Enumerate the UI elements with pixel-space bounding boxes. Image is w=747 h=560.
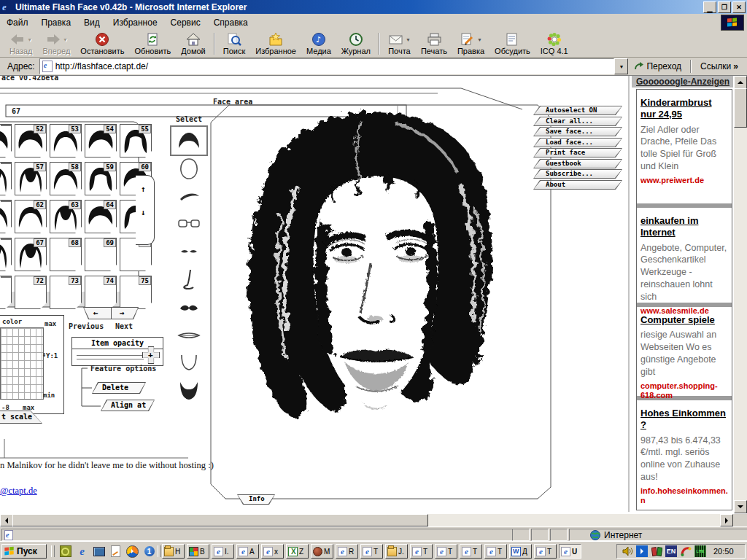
select-beard-item[interactable] [172,377,206,403]
player-tray-icon[interactable] [636,545,648,557]
hair-thumbnail[interactable]: 58 [50,162,82,195]
ad-url-link[interactable]: info.hoheseinkommen.n [640,486,728,505]
face-action-button[interactable]: Load face... [533,138,622,147]
menu-item[interactable]: Избранное [107,15,164,30]
forward-button[interactable]: ▼ Вперед [38,31,76,57]
stop-button[interactable]: Остановить [75,31,129,57]
quick-launch-mediaplayer-icon[interactable] [125,545,139,558]
task-button[interactable]: T [534,544,557,559]
select-eyes-item[interactable] [172,238,206,265]
hair-thumbnail[interactable]: 62 [15,200,47,233]
hair-thumbnail[interactable]: 59 [85,162,117,195]
select-lips-item[interactable] [172,322,206,348]
dialer-tray-icon[interactable] [680,545,692,557]
hair-thumbnail[interactable]: 63 [50,200,82,233]
quick-launch-ie-icon[interactable]: e [75,545,89,558]
select-glasses-item[interactable] [172,211,206,237]
hair-thumbnail[interactable]: 67 [15,238,47,271]
task-button[interactable]: I. [212,544,234,559]
menu-item[interactable]: Справка [207,15,255,30]
vertical-scroll-thumb[interactable] [734,88,747,128]
scroll-down-button[interactable] [734,500,747,513]
hair-thumbnail[interactable]: 72 [15,276,47,309]
task-button[interactable]: A [236,544,259,559]
select-moustache-item[interactable] [172,294,206,320]
previous-label[interactable]: Previous [69,322,104,330]
google-ads-header[interactable]: Goooooogle-Anzeigen [636,77,729,87]
task-button[interactable]: H [162,544,185,559]
task-button[interactable]: B [187,544,209,559]
ad-url-link[interactable]: www.preiwert.de [640,176,728,185]
task-button[interactable]: T [360,544,383,559]
hair-thumbnail[interactable] [0,238,12,271]
face-action-button[interactable]: Print face [533,148,622,158]
links-button[interactable]: Ссылки» [694,61,744,71]
back-button[interactable]: ▼ Назад [4,31,38,57]
home-button[interactable]: Домой [176,31,211,57]
next-label[interactable]: Next [115,322,133,330]
quick-launch-compose-icon[interactable] [109,545,123,558]
icq-button[interactable]: ICQ 4.1 [535,31,573,57]
go-button[interactable]: Переход [628,61,687,71]
scroll-up-button[interactable] [734,76,747,89]
face-action-button[interactable]: Guestbook [533,159,622,168]
hair-thumbnail[interactable]: 73 [50,276,82,309]
task-button[interactable]: Д [509,544,532,559]
edit-button[interactable]: ▼ Правка [452,31,489,57]
address-input[interactable]: http://flashface.ctapt.de/ [39,58,615,74]
hair-thumbnail[interactable]: 57 [15,162,47,195]
hair-thumbnail[interactable] [0,162,12,195]
vertical-scrollbar[interactable] [734,76,747,513]
hair-thumbnail[interactable] [0,200,12,233]
taskbar-grip[interactable] [51,545,55,557]
align-at-button[interactable]: Align at [101,400,155,411]
info-tab[interactable]: Info [237,494,275,505]
scroll-up-arrow[interactable]: ↑ [141,184,146,194]
favorites-button[interactable]: Избранное [250,31,301,57]
mail-button[interactable]: ▼ Почта [383,31,416,57]
task-button[interactable]: J. [385,544,408,559]
hair-thumbnail[interactable] [0,124,12,158]
select-hair-item[interactable] [172,128,206,154]
task-button[interactable]: M [311,544,333,559]
scroll-down-arrow[interactable]: ↓ [141,208,146,217]
composite-face-image[interactable] [219,106,540,423]
previous-arrow-button[interactable]: ← [93,308,98,318]
hair-thumbnail[interactable]: 75 [120,276,152,309]
face-action-button[interactable]: Clear all... [533,117,622,126]
task-button[interactable]: T [484,544,507,559]
horizontal-scrollbar[interactable] [0,514,733,526]
face-action-button[interactable]: Subscribe... [533,169,622,179]
task-button[interactable]: T [435,544,457,559]
print-button[interactable]: Печать [416,31,452,57]
face-action-button[interactable]: Autoselect ON [533,106,622,115]
history-button[interactable]: Журнал [336,31,376,57]
quick-launch-desktop-icon[interactable] [92,545,106,558]
quick-launch-one-icon[interactable]: 1 [142,545,156,558]
hair-thumbnail[interactable]: 55 [120,124,152,158]
search-button[interactable]: Поиск [218,31,250,57]
horizontal-scroll-thumb[interactable] [12,514,428,526]
hair-thumbnail[interactable]: 64 [85,200,117,233]
ad-title-link[interactable]: einkaufen im Internet [640,215,728,239]
address-dropdown-button[interactable]: ▼ [614,58,628,74]
task-button[interactable]: R [336,544,358,559]
select-jaw-item[interactable] [172,349,206,376]
opacity-slider[interactable] [77,355,144,356]
lite-tray-icon[interactable]: LITE [694,545,706,557]
menu-item[interactable]: Файл [0,15,35,30]
taskbar-grip[interactable] [158,545,161,557]
color-grid[interactable] [0,327,44,400]
face-action-button[interactable]: Save face... [533,127,622,136]
hair-thumbnail[interactable]: 52 [15,124,47,158]
menu-item[interactable]: Вид [77,15,107,30]
hair-thumbnail[interactable] [0,276,12,309]
maximize-button[interactable]: ❐ [718,1,731,13]
close-button[interactable]: ✕ [732,1,746,13]
hair-thumbnail[interactable]: 68 [50,238,82,271]
task-button[interactable]: x [261,544,284,559]
task-button[interactable]: T [410,544,433,559]
hair-thumbnail[interactable]: 54 [85,124,117,158]
footer-email-link[interactable]: @ctapt.de [0,486,37,497]
quick-launch-icq-icon[interactable] [58,545,72,558]
